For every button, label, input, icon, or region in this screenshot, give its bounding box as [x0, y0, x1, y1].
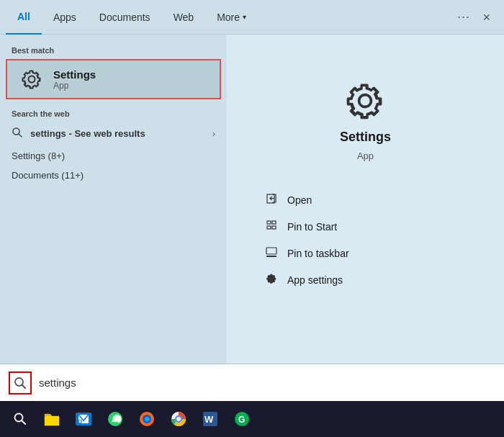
best-match-item[interactable]: Settings App	[6, 59, 221, 99]
right-app-name: Settings	[340, 130, 391, 145]
chevron-down-icon: ▾	[243, 13, 246, 21]
taskbar-firefox-icon[interactable]	[132, 405, 161, 433]
right-icon-area: Settings App	[340, 78, 391, 161]
open-icon	[264, 193, 279, 207]
open-menu-item[interactable]: Open	[256, 187, 475, 212]
svg-rect-5	[272, 221, 276, 224]
right-menu: Open Pin to Start	[227, 187, 504, 292]
tab-apps[interactable]: Apps	[42, 0, 88, 35]
right-app-type: App	[357, 150, 374, 161]
search-icon-button[interactable]	[9, 371, 32, 395]
start-menu: All Apps Documents Web More ▾ ··· ✕ Best…	[0, 0, 504, 437]
search-input[interactable]	[39, 377, 495, 389]
settings-count-item[interactable]: Settings (8+)	[0, 146, 227, 166]
svg-rect-4	[267, 221, 271, 224]
svg-line-11	[22, 384, 26, 388]
pin-taskbar-label: Pin to taskbar	[287, 248, 349, 259]
right-panel: Settings App Open	[227, 35, 504, 364]
search-web-icon	[12, 127, 23, 140]
svg-line-1	[19, 134, 22, 137]
taskbar-outlook-icon[interactable]: O	[69, 405, 98, 433]
svg-line-13	[22, 420, 25, 424]
close-icon: ✕	[482, 12, 491, 23]
best-match-label: Best match	[0, 43, 227, 58]
best-match-text: Settings App	[53, 68, 96, 91]
app-settings-icon	[264, 273, 279, 287]
taskbar-file-explorer-icon[interactable]	[37, 405, 66, 433]
taskbar-search-icon[interactable]	[6, 405, 35, 433]
pin-taskbar-menu-item[interactable]: Pin to taskbar	[256, 240, 475, 266]
taskbar-chrome-icon[interactable]	[164, 405, 193, 433]
nav-tabs: All Apps Documents Web More ▾ ··· ✕	[0, 0, 504, 35]
web-search-section: Search the web settings - See web result…	[0, 107, 227, 146]
web-search-text: settings - See web results	[30, 128, 205, 139]
tab-web[interactable]: Web	[162, 0, 206, 35]
svg-text:O: O	[78, 418, 82, 425]
tab-more[interactable]: More ▾	[205, 0, 258, 35]
svg-rect-8	[266, 248, 276, 254]
content-area: Best match Settings App Search the web	[0, 35, 504, 364]
taskbar-whatsapp-icon[interactable]	[101, 405, 130, 433]
svg-rect-7	[272, 226, 276, 229]
svg-point-20	[145, 417, 149, 421]
tab-all[interactable]: All	[6, 0, 42, 35]
svg-rect-9	[266, 256, 276, 257]
open-label: Open	[287, 194, 312, 206]
pin-start-label: Pin to Start	[287, 221, 337, 233]
svg-rect-6	[267, 226, 271, 229]
left-panel: Best match Settings App Search the web	[0, 35, 227, 364]
search-bar	[0, 364, 504, 401]
app-settings-menu-item[interactable]: App settings	[256, 267, 475, 292]
svg-text:W: W	[204, 414, 214, 425]
close-button[interactable]: ✕	[475, 6, 498, 29]
best-match-name: Settings	[53, 68, 96, 81]
documents-count-item[interactable]: Documents (11+)	[0, 166, 227, 185]
search-icon	[14, 377, 27, 389]
web-search-item[interactable]: settings - See web results ›	[0, 121, 227, 146]
app-settings-label: App settings	[287, 274, 343, 286]
svg-text:G: G	[238, 415, 245, 425]
pin-taskbar-icon	[264, 246, 279, 260]
right-settings-icon	[342, 78, 388, 124]
tab-documents[interactable]: Documents	[88, 0, 162, 35]
pin-start-menu-item[interactable]: Pin to Start	[256, 214, 475, 239]
gear-icon	[20, 68, 43, 91]
taskbar: O	[0, 401, 504, 437]
nav-dots-button[interactable]: ···	[452, 6, 475, 29]
best-match-type: App	[53, 81, 96, 91]
settings-app-icon	[19, 66, 45, 92]
svg-point-23	[176, 417, 181, 421]
taskbar-word-icon[interactable]: W	[196, 405, 225, 433]
pin-start-icon	[264, 220, 279, 233]
chevron-right-icon: ›	[212, 129, 215, 139]
taskbar-green-app-icon[interactable]: G	[228, 405, 256, 433]
search-web-label: Search the web	[0, 107, 227, 121]
